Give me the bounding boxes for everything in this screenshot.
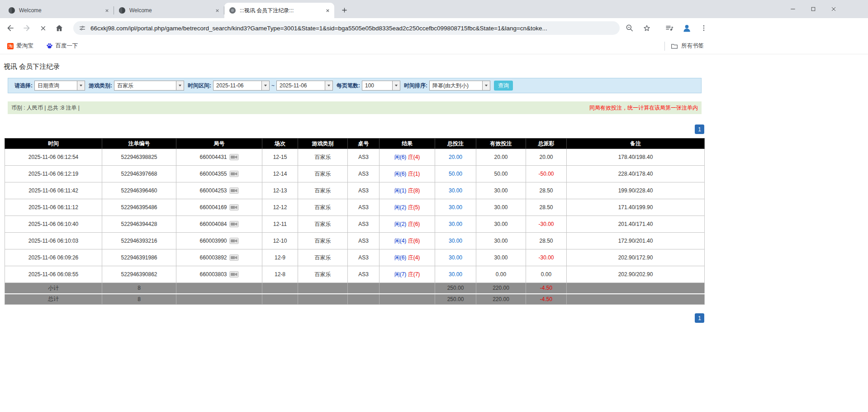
page-button-1[interactable]: 1: [695, 125, 704, 134]
result-player: 闲(6): [394, 154, 407, 160]
cell-bet-id: 522946395486: [102, 199, 176, 216]
total-bet-link[interactable]: 30.00: [449, 204, 462, 211]
round-id: 660004431: [199, 154, 227, 160]
video-replay-icon[interactable]: [229, 204, 239, 211]
video-replay-icon[interactable]: [229, 271, 239, 278]
url-text[interactable]: 66cxkj98.com/ipl/portal.php/game/betreco…: [90, 25, 547, 32]
chevron-down-icon[interactable]: [77, 81, 85, 90]
summary-empty-cell: [176, 294, 262, 305]
maximize-button[interactable]: [803, 0, 823, 18]
info-bar: 币别 : 人民币 | 总共 :8 注单 | 同局有效投注，统一计算在该局第一张注…: [8, 101, 702, 114]
total-bet-link[interactable]: 30.00: [449, 238, 462, 244]
cell-game-type: 百家乐: [298, 216, 348, 233]
cell-total-bet: 30.00: [435, 216, 476, 233]
round-id: 660003803: [199, 271, 227, 278]
table-body: 2025-11-06 06:12:54 522946398825 6600044…: [5, 149, 705, 283]
game-type-dropdown[interactable]: 百家乐: [114, 81, 184, 91]
cell-valid-bet: 0.00: [476, 266, 526, 283]
back-icon[interactable]: [3, 20, 18, 36]
total-bet-link[interactable]: 30.00: [449, 221, 462, 227]
cell-valid-bet: 50.00: [476, 166, 526, 182]
summary-empty-cell: [262, 294, 298, 305]
forward-icon[interactable]: [19, 20, 34, 36]
tab-welcome-1[interactable]: Welcome: [4, 3, 114, 18]
cell-table-id: AS3: [348, 266, 379, 283]
cell-table-id: AS3: [348, 216, 379, 233]
cell-table-id: AS3: [348, 182, 379, 199]
close-button[interactable]: [823, 0, 844, 18]
media-controls-icon[interactable]: [663, 22, 676, 34]
cell-bet-id: 522946394428: [102, 216, 176, 233]
video-replay-icon[interactable]: [229, 154, 239, 160]
summary-total-bet: 250.00: [435, 283, 476, 294]
tab-welcome-2[interactable]: Welcome: [114, 3, 224, 18]
browser-toolbar: 66cxkj98.com/ipl/portal.php/game/betreco…: [0, 18, 868, 38]
cell-remark: 202.90/172.90: [567, 249, 705, 266]
cell-total-bet: 30.00: [435, 233, 476, 249]
video-replay-icon[interactable]: [229, 187, 239, 194]
total-bet-link[interactable]: 20.00: [449, 154, 462, 160]
video-replay-icon[interactable]: [229, 171, 239, 177]
chevron-down-icon[interactable]: [261, 81, 269, 90]
all-bookmarks[interactable]: 所有书签: [664, 42, 704, 51]
summary-empty-cell: [567, 283, 705, 294]
zoom-icon[interactable]: [623, 22, 636, 34]
video-replay-icon[interactable]: [229, 254, 239, 261]
summary-count: 8: [102, 283, 176, 294]
page-button-1[interactable]: 1: [695, 313, 704, 323]
cell-table-id: AS3: [348, 166, 379, 182]
bookmark-star-icon[interactable]: [640, 22, 653, 34]
sort-order-dropdown[interactable]: 降幂(由大到小): [429, 81, 490, 91]
bookmark-baidu[interactable]: 百度一下: [43, 41, 81, 51]
summary-empty-cell: [567, 294, 705, 305]
stop-loading-icon[interactable]: [35, 20, 51, 36]
tab-close-icon[interactable]: [323, 6, 332, 14]
cell-game-type: 百家乐: [298, 166, 348, 182]
date-to-picker[interactable]: 2025-11-06: [276, 81, 333, 91]
cell-remark: 171.40/199.90: [567, 199, 705, 216]
cell-session: 12-8: [262, 266, 298, 283]
game-type-label: 游戏类别:: [89, 82, 112, 90]
round-id: 660003892: [199, 254, 227, 261]
minimize-button[interactable]: [783, 0, 803, 18]
tab-title: :::视讯 会员下注纪录:::: [240, 7, 323, 14]
total-bet-link[interactable]: 30.00: [449, 254, 462, 261]
taobao-favicon-icon: 淘: [7, 43, 14, 49]
summary-empty-cell: [379, 294, 435, 305]
tab-close-icon[interactable]: [103, 6, 111, 14]
chevron-down-icon[interactable]: [482, 81, 490, 90]
column-header: 有效投注: [476, 139, 526, 149]
tab-close-icon[interactable]: [213, 6, 221, 14]
url-bar[interactable]: 66cxkj98.com/ipl/portal.php/game/betreco…: [73, 21, 620, 35]
menu-kebab-icon[interactable]: [697, 22, 710, 34]
cell-payout: 28.50: [526, 182, 567, 199]
query-type-value: 日期查询: [35, 82, 77, 90]
page-size-dropdown[interactable]: 100: [362, 81, 400, 91]
video-replay-icon[interactable]: [229, 238, 239, 244]
video-replay-icon[interactable]: [229, 221, 239, 227]
home-icon[interactable]: [52, 20, 67, 36]
chevron-down-icon[interactable]: [176, 81, 184, 90]
profile-avatar-icon[interactable]: [680, 22, 693, 34]
cell-round-id: 660003803: [176, 266, 262, 283]
new-tab-button[interactable]: [338, 4, 351, 16]
cell-payout: 0.00: [526, 266, 567, 283]
chevron-down-icon[interactable]: [392, 81, 400, 90]
sort-order-label: 时间排序:: [404, 82, 427, 90]
cell-payout: -30.00: [526, 216, 567, 233]
site-controls-icon[interactable]: [79, 24, 86, 32]
cell-result: 闲(6) 庄(4): [379, 249, 435, 266]
date-from-picker[interactable]: 2025-11-06: [213, 81, 270, 91]
bookmark-aitaobao[interactable]: 淘 爱淘宝: [5, 41, 36, 51]
chevron-down-icon[interactable]: [325, 81, 332, 90]
query-type-dropdown[interactable]: 日期查询: [34, 81, 85, 91]
result-banker: 庄(4): [408, 254, 420, 261]
total-bet-link[interactable]: 30.00: [449, 271, 462, 278]
total-bet-link[interactable]: 30.00: [449, 187, 462, 194]
total-bet-link[interactable]: 50.00: [449, 171, 462, 177]
result-banker: 庄(5): [408, 204, 420, 211]
tab-bet-records[interactable]: :::视讯 会员下注纪录:::: [224, 3, 334, 18]
search-button[interactable]: 查询: [494, 81, 513, 91]
payout-value: 28.50: [539, 204, 553, 211]
pagination-bottom: 1: [5, 313, 704, 323]
